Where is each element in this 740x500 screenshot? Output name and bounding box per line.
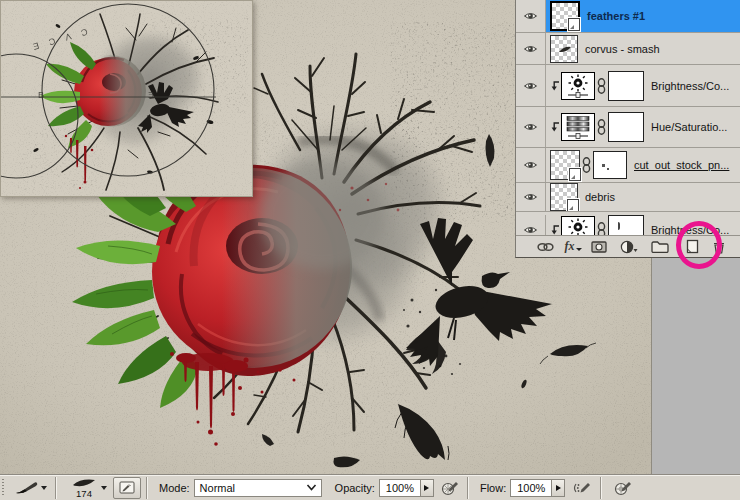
opacity-pressure-button[interactable] [438, 479, 462, 497]
layer-row-feathers[interactable]: feathers #1 [516, 0, 740, 33]
divider [146, 477, 148, 499]
layer-thumbnail[interactable] [550, 150, 580, 180]
tablet-pressure-icon [441, 480, 459, 496]
opacity-label: Opacity: [335, 482, 375, 494]
brightness-adjustment-thumbnail[interactable] [561, 216, 595, 235]
chevron-down-icon[interactable] [101, 486, 107, 490]
layer-styles-fx-icon[interactable]: fx [562, 239, 584, 254]
airbrush-icon [572, 480, 592, 496]
visibility-eye-icon[interactable] [516, 33, 546, 64]
visibility-eye-icon[interactable] [516, 215, 546, 235]
layer-name: cut_out_stock_pn... [634, 159, 729, 171]
inset-preview-window[interactable]: Ǝ Ɔ Ʌ Ɔ B Ǝ [0, 0, 253, 197]
flow-value: 100% [517, 482, 545, 494]
visibility-eye-icon[interactable] [516, 183, 546, 211]
layer-mask-thumbnail[interactable] [608, 112, 644, 142]
layer-name: feathers #1 [587, 10, 645, 22]
link-chain-icon [597, 222, 606, 235]
layer-thumbnail[interactable] [550, 183, 578, 211]
flow-input[interactable]: 100% [510, 479, 552, 497]
pasted-layer-badge-icon [568, 18, 580, 31]
toolbar-grip-handle[interactable] [2, 479, 7, 497]
toggle-brushes-palette-button[interactable] [113, 477, 141, 499]
inset-mark-right: Ǝ [148, 90, 154, 100]
visibility-eye-icon[interactable] [516, 0, 546, 32]
layer-thumbnail[interactable] [550, 35, 578, 63]
layer-thumbnail[interactable] [550, 1, 580, 31]
layer-row-brightness-1[interactable]: Brightness/Co... [516, 65, 740, 107]
airbrush-button[interactable] [569, 479, 595, 497]
brush-tool-button[interactable] [11, 479, 50, 497]
layer-name: Brightness/Co... [651, 80, 729, 92]
flow-pressure-button[interactable] [611, 479, 635, 497]
layer-name: Hue/Saturatio... [651, 121, 727, 133]
flow-label: Flow: [480, 482, 506, 494]
tablet-pressure-icon [614, 480, 632, 496]
layer-name: corvus - smash [585, 43, 660, 55]
brush-stroke-icon [71, 477, 97, 488]
inset-artwork: Ǝ Ɔ Ʌ Ɔ B Ǝ [0, 0, 253, 197]
chevron-down-icon [41, 486, 47, 490]
inset-mark-left: B [38, 90, 44, 100]
brush-tool-icon [14, 480, 38, 496]
new-adjustment-layer-icon[interactable] [618, 240, 640, 254]
add-layer-mask-icon[interactable] [588, 241, 610, 253]
chevron-down-icon [306, 484, 317, 491]
layer-row-cut-out-stock[interactable]: cut_out_stock_pn... [516, 148, 740, 183]
hue-saturation-adjustment-thumbnail[interactable] [561, 113, 595, 141]
pasted-layer-badge-icon [569, 168, 581, 181]
opacity-value: 100% [386, 482, 414, 494]
highlight-circle-annotation [676, 221, 722, 269]
divider [600, 477, 602, 499]
layers-panel: feathers #1 corvus - smash [515, 0, 740, 258]
clipping-mask-arrow-icon [550, 224, 560, 235]
photoshop-window: Ǝ Ɔ Ʌ Ɔ B Ǝ feathers #1 [0, 0, 740, 500]
brush-options-bar: 174 Mode: Normal Opacity: 100% Flow: 100… [0, 474, 740, 500]
brush-preset-preview[interactable]: 174 [68, 476, 100, 500]
mode-value: Normal [200, 482, 306, 494]
clipping-mask-arrow-icon [550, 80, 560, 92]
link-chain-icon [582, 157, 591, 173]
opacity-slider-button[interactable] [421, 479, 434, 497]
brush-size-value: 174 [76, 489, 92, 499]
brightness-adjustment-thumbnail[interactable] [561, 72, 595, 100]
clipping-mask-arrow-icon [550, 121, 560, 133]
layer-row-debris[interactable]: debris [516, 183, 740, 212]
visibility-eye-icon[interactable] [516, 148, 546, 182]
visibility-eye-icon[interactable] [516, 65, 546, 106]
link-chain-icon [597, 78, 606, 94]
layer-row-corvus[interactable]: corvus - smash [516, 33, 740, 65]
divider [55, 477, 57, 499]
layer-mask-thumbnail[interactable] [608, 215, 644, 235]
link-layers-icon[interactable] [534, 242, 556, 252]
flow-slider-button[interactable] [552, 479, 565, 497]
visibility-eye-icon[interactable] [516, 107, 546, 147]
mode-label: Mode: [159, 482, 190, 494]
brushes-palette-icon [119, 481, 135, 494]
opacity-input[interactable]: 100% [379, 479, 421, 497]
pasted-layer-badge-icon [567, 199, 579, 212]
divider [467, 477, 469, 499]
layer-row-hue-saturation[interactable]: Hue/Saturatio... [516, 107, 740, 148]
layer-mask-thumbnail[interactable] [593, 151, 627, 179]
layer-mask-thumbnail[interactable] [608, 71, 644, 101]
layer-name: debris [585, 191, 615, 203]
new-group-folder-icon[interactable] [648, 240, 672, 253]
link-chain-icon [597, 119, 606, 135]
mode-select[interactable]: Normal [194, 479, 322, 497]
